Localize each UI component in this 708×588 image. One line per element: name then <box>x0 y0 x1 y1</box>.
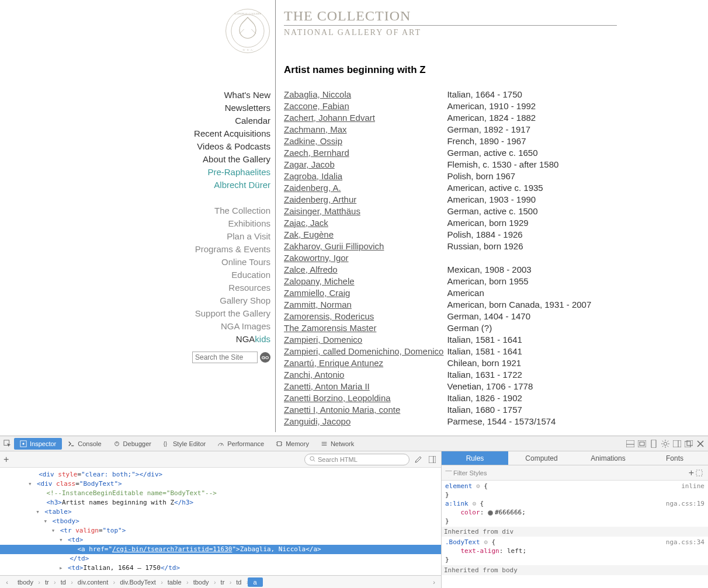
toggle-panel-icon[interactable] <box>427 454 438 465</box>
devtools-dock-window-icon[interactable] <box>683 439 694 449</box>
artist-link[interactable]: Zaech, Bernhard <box>284 148 349 158</box>
artist-link[interactable]: Zamorensis, Rodericus <box>284 311 374 321</box>
artist-link[interactable]: Zalopany, Michele <box>284 276 355 286</box>
nav-nga-images[interactable]: NGA Images <box>79 320 270 333</box>
artist-link[interactable]: Zammiello, Craig <box>284 288 350 298</box>
nav-about-the-gallery[interactable]: About the Gallery <box>79 153 270 166</box>
artist-link[interactable]: Zak, Eugène <box>284 229 334 239</box>
artist-info: French, 1890 - 1967 <box>447 135 595 147</box>
artist-link[interactable]: Zanetti Borzino, Leopoldina <box>284 393 391 403</box>
devtools-frames-icon[interactable] <box>637 439 647 449</box>
dom-tree[interactable]: <div style="clear: both;"></div> ▾ <div … <box>0 468 441 575</box>
crumb-td[interactable]: td <box>230 579 247 586</box>
artist-link[interactable]: Zaisinger, Matthäus <box>284 206 360 216</box>
nav-online-tours[interactable]: Online Tours <box>79 256 270 269</box>
artist-link[interactable]: Zanchi, Antonio <box>284 370 344 380</box>
nav-recent-acquisitions[interactable]: Recent Acquisitions <box>79 127 270 140</box>
toggle-pseudo-icon[interactable] <box>694 468 704 478</box>
artist-link[interactable]: Zanguidi, Jacopo <box>284 416 350 426</box>
artist-link[interactable]: Zampieri, Domenico <box>284 335 362 345</box>
add-rule-icon[interactable]: + <box>689 468 694 478</box>
table-row: Zaisinger, MatthäusGerman, active c. 150… <box>284 206 595 217</box>
artist-link[interactable]: Zampieri, called Domenichino, Domenico <box>284 346 443 356</box>
artist-link[interactable]: Zalce, Alfredo <box>284 265 338 274</box>
filter-styles-input[interactable]: Filter Styles <box>445 469 689 476</box>
nav-support-the-gallery[interactable]: Support the Gallery <box>79 307 270 320</box>
nav-programs-events[interactable]: Programs & Events <box>79 243 270 256</box>
crumb-tr[interactable]: tr <box>215 579 231 586</box>
nav-exhibitions[interactable]: Exhibitions <box>79 217 270 230</box>
devtools-tab-style-editor[interactable]: {}Style Editor <box>157 438 211 450</box>
pick-element-icon[interactable] <box>2 439 13 449</box>
crumb-td[interactable]: td <box>55 579 72 586</box>
add-node-icon[interactable]: + <box>4 454 9 465</box>
crumb-div-BodyText[interactable]: div.BodyText <box>114 579 162 586</box>
devtools-responsive-icon[interactable] <box>648 439 659 449</box>
crumb-next-icon[interactable]: › <box>429 579 439 586</box>
artist-link[interactable]: Zabaglia, Niccola <box>284 89 351 99</box>
artist-link[interactable]: Zachert, Johann Edvart <box>284 113 375 123</box>
rules-subtab-fonts[interactable]: Fonts <box>641 451 708 465</box>
devtools-tab-network[interactable]: Network <box>315 438 360 450</box>
network-icon <box>321 440 328 447</box>
nav-calendar[interactable]: Calendar <box>79 114 270 127</box>
artist-link[interactable]: Zanartú, Enrique Antunez <box>284 358 383 368</box>
nav-pre-raphaelites[interactable]: Pre-Raphaelites <box>79 166 270 179</box>
css-rules-panel[interactable]: element ⚙ {inline } a:link ⚙ {nga.css:19… <box>442 481 708 588</box>
crumb-prev-icon[interactable]: ‹ <box>2 579 12 586</box>
artist-info: Chilean, born 1921 <box>447 357 595 369</box>
nav-newsletters[interactable]: Newsletters <box>79 102 270 114</box>
artist-link[interactable]: Zagar, Jacob <box>284 159 335 169</box>
nav-albrecht-d-rer[interactable]: Albrecht Dürer <box>79 179 270 192</box>
artist-link[interactable]: Zaidenberg, Arthur <box>284 194 356 204</box>
artist-link[interactable]: Zakharov, Gurii Fillipovich <box>284 241 384 251</box>
nav-what-s-new[interactable]: What's New <box>79 89 270 102</box>
devtools-tab-performance[interactable]: Performance <box>211 438 270 450</box>
inspector-icon <box>20 440 27 447</box>
devtools-tab-inspector[interactable]: Inspector <box>14 438 62 450</box>
artist-link[interactable]: Zagroba, Idalia <box>284 171 342 181</box>
crumb-div-content[interactable]: div.content <box>72 579 114 586</box>
artist-link[interactable]: Zakowortny, Igor <box>284 253 349 263</box>
devtools-settings-icon[interactable] <box>660 439 671 449</box>
artist-info: American, born Canada, 1931 - 2007 <box>447 299 595 311</box>
devtools-tab-debugger[interactable]: Debugger <box>107 438 157 450</box>
rules-subtab-computed[interactable]: Computed <box>508 451 575 465</box>
rule-bodytext-src: nga.css:34 <box>666 538 704 547</box>
search-html-placeholder: Search HTML <box>318 456 358 463</box>
rule-alink-prop: color <box>461 509 480 516</box>
nav-ngakids[interactable]: NGAkids <box>79 333 270 346</box>
crumb-table[interactable]: table <box>162 579 188 586</box>
artist-link[interactable]: The Zamorensis Master <box>284 323 376 333</box>
crumb-tr[interactable]: tr <box>39 579 55 586</box>
search-html-input[interactable]: Search HTML <box>304 454 409 465</box>
devtools-dock-side-icon[interactable] <box>672 439 682 449</box>
edit-html-icon[interactable] <box>413 454 424 465</box>
artist-link[interactable]: Zanetti, Anton Maria II <box>284 381 370 391</box>
nav-the-collection[interactable]: The Collection <box>79 204 270 217</box>
artist-link[interactable]: Zachmann, Max <box>284 124 347 134</box>
devtools-tab-memory[interactable]: Memory <box>270 438 315 450</box>
nav-videos-podcasts[interactable]: Videos & Podcasts <box>79 140 270 153</box>
devtools-close-icon[interactable] <box>695 439 706 449</box>
search-go-button[interactable]: GO <box>260 352 270 363</box>
artist-link[interactable]: Zammitt, Norman <box>284 300 352 309</box>
devtools-toggle-split-icon[interactable] <box>625 439 636 449</box>
crumb-tbody[interactable]: tbody <box>188 579 215 586</box>
artist-link[interactable]: Zadkine, Ossip <box>284 136 342 146</box>
nav-education[interactable]: Education <box>79 269 270 281</box>
crumb-a[interactable]: a <box>248 577 263 587</box>
artist-link[interactable]: Zaidenberg, A. <box>284 183 341 193</box>
devtools-tab-console[interactable]: Console <box>62 438 107 450</box>
site-search-input[interactable] <box>192 352 258 363</box>
nav-gallery-shop[interactable]: Gallery Shop <box>79 294 270 307</box>
artist-link[interactable]: Zanetti I, Antonio Maria, conte <box>284 405 400 415</box>
nav-resources[interactable]: Resources <box>79 281 270 294</box>
breadcrumb[interactable]: ‹ tbodytrtddiv.contentdiv.BodyTexttablet… <box>0 575 441 588</box>
rules-subtab-animations[interactable]: Animations <box>575 451 641 465</box>
crumb-tbody[interactable]: tbody <box>12 579 39 586</box>
artist-link[interactable]: Zajac, Jack <box>284 218 328 228</box>
nav-plan-a-visit[interactable]: Plan a Visit <box>79 230 270 243</box>
rules-subtab-rules[interactable]: Rules <box>442 451 508 465</box>
artist-link[interactable]: Zaccone, Fabian <box>284 101 349 111</box>
